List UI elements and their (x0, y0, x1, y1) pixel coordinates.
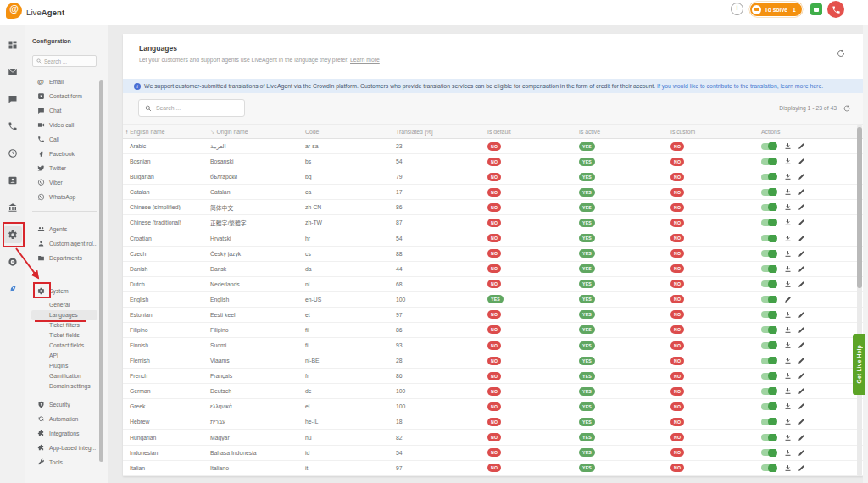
download-icon[interactable] (784, 372, 792, 380)
active-toggle[interactable] (761, 250, 776, 257)
active-toggle[interactable] (761, 189, 776, 196)
rail-item-bank[interactable] (8, 203, 18, 213)
active-toggle[interactable] (761, 235, 776, 242)
refresh-icon[interactable] (836, 48, 846, 58)
sidebar-subitem-plugins[interactable]: Plugins (25, 361, 103, 371)
sidebar-subitem-api[interactable]: API (25, 351, 103, 361)
banner-link[interactable]: If you would like to contribute to the t… (657, 83, 823, 89)
edit-icon[interactable] (798, 265, 805, 273)
column-header-code[interactable]: Code (298, 125, 389, 138)
sidebar-item-chat[interactable]: Chat (25, 103, 103, 118)
rail-item-mail[interactable] (8, 67, 18, 77)
edit-icon[interactable] (798, 341, 805, 349)
rail-item-contacts[interactable] (8, 175, 18, 186)
sidebar-item-departments[interactable]: Departments (25, 251, 103, 265)
download-icon[interactable] (784, 357, 792, 364)
column-header-is-custom[interactable]: Is custom (664, 125, 754, 138)
get-live-help-tab[interactable]: Get Live Help (853, 334, 865, 395)
column-header-translated[interactable]: Translated [%] (389, 125, 481, 138)
edit-icon[interactable] (798, 372, 805, 380)
sidebar-item-app-based-integr[interactable]: App-based integr.. (25, 441, 103, 455)
table-scrollbar-thumb[interactable] (857, 127, 862, 288)
active-toggle[interactable] (761, 419, 776, 425)
sidebar-item-viber[interactable]: Viber (25, 175, 103, 190)
active-toggle[interactable] (761, 434, 776, 441)
download-icon[interactable] (784, 434, 792, 441)
download-icon[interactable] (784, 219, 792, 226)
rail-item-settings[interactable] (8, 230, 18, 240)
edit-icon[interactable] (798, 219, 805, 226)
active-toggle[interactable] (761, 158, 776, 165)
rail-item-clock[interactable] (8, 148, 18, 158)
rail-item-rocket[interactable] (8, 284, 18, 294)
sidebar-item-email[interactable]: @Email (25, 75, 103, 89)
column-header-origin-name[interactable]: ↘Origin name (203, 125, 298, 138)
sidebar-item-tools[interactable]: Tools (25, 455, 103, 469)
download-icon[interactable] (784, 326, 792, 334)
sidebar-subitem-ticket-fields[interactable]: Ticket fields (25, 330, 103, 341)
edit-icon[interactable] (798, 280, 805, 288)
active-toggle[interactable] (761, 464, 776, 471)
sidebar-item-integrations[interactable]: Integrations (25, 426, 103, 441)
edit-icon[interactable] (798, 402, 805, 410)
column-header-english-name[interactable]: ↑English name (123, 125, 203, 138)
phone-status-button[interactable] (827, 1, 844, 18)
edit-icon[interactable] (798, 449, 805, 457)
edit-icon[interactable] (798, 250, 805, 258)
edit-icon[interactable] (798, 158, 805, 165)
sidebar-item-facebook[interactable]: Facebook (25, 147, 103, 161)
active-toggle[interactable] (761, 219, 776, 226)
download-icon[interactable] (784, 250, 792, 258)
chat-status-button[interactable] (810, 3, 822, 15)
active-toggle[interactable] (761, 449, 776, 456)
edit-icon[interactable] (798, 235, 805, 242)
active-toggle[interactable] (761, 388, 776, 395)
download-icon[interactable] (784, 188, 792, 196)
add-icon[interactable]: + (731, 3, 743, 15)
active-toggle[interactable] (761, 204, 776, 211)
download-icon[interactable] (784, 280, 792, 288)
sidebar-subitem-gamification[interactable]: Gamification (25, 371, 103, 381)
active-toggle[interactable] (761, 296, 776, 303)
download-icon[interactable] (784, 142, 792, 150)
download-icon[interactable] (784, 402, 792, 410)
download-icon[interactable] (784, 235, 792, 242)
sidebar-item-system[interactable]: System (25, 284, 103, 298)
active-toggle[interactable] (761, 311, 776, 318)
sidebar-item-call[interactable]: Call (25, 132, 103, 147)
download-icon[interactable] (784, 341, 792, 349)
active-toggle[interactable] (761, 403, 776, 410)
edit-icon[interactable] (798, 173, 805, 180)
download-icon[interactable] (784, 418, 792, 425)
active-toggle[interactable] (761, 280, 776, 287)
edit-icon[interactable] (798, 311, 805, 319)
edit-icon[interactable] (798, 142, 805, 150)
download-icon[interactable] (784, 158, 792, 165)
download-icon[interactable] (784, 464, 792, 472)
rail-item-dashboard[interactable] (8, 40, 18, 50)
refresh-icon-small[interactable] (843, 104, 851, 113)
edit-icon[interactable] (798, 357, 805, 364)
active-toggle[interactable] (761, 358, 776, 364)
edit-icon[interactable] (798, 464, 805, 472)
sidebar-item-custom-agent-rol[interactable]: Custom agent rol.. (25, 236, 103, 251)
sidebar-subitem-domain-settings[interactable]: Domain settings (25, 381, 103, 391)
active-toggle[interactable] (761, 326, 776, 333)
sidebar-subitem-contact-fields[interactable]: Contact fields (25, 341, 103, 351)
download-icon[interactable] (784, 173, 792, 180)
edit-icon[interactable] (798, 188, 805, 196)
edit-icon[interactable] (798, 326, 805, 334)
sidebar-search-input[interactable]: Search ... (32, 55, 97, 67)
sidebar-scrollbar[interactable] (99, 80, 103, 462)
sidebar-subitem-ticket-filters[interactable]: Ticket filters (25, 320, 103, 330)
active-toggle[interactable] (761, 174, 776, 180)
rail-item-gear-alt[interactable] (8, 257, 18, 267)
download-icon[interactable] (784, 203, 792, 211)
edit-icon[interactable] (798, 418, 805, 425)
sidebar-item-security[interactable]: Security (25, 397, 103, 412)
download-icon[interactable] (784, 265, 792, 273)
learn-more-link[interactable]: Learn more (350, 57, 380, 63)
window-scrollbar[interactable] (863, 25, 868, 483)
column-header-is-default[interactable]: Is default (481, 125, 572, 138)
download-icon[interactable] (784, 449, 792, 457)
